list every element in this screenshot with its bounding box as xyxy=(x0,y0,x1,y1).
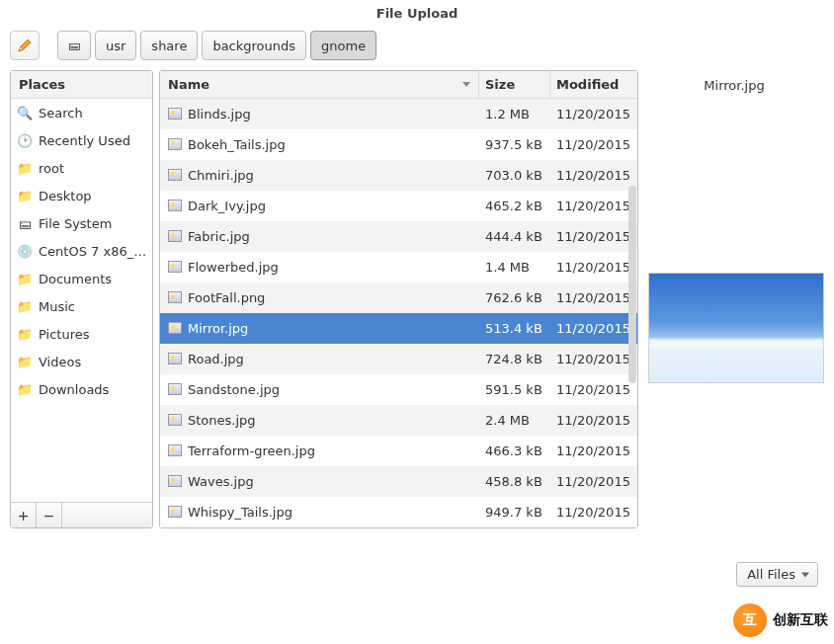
disk-icon: 🖴 xyxy=(17,215,33,231)
file-name-label: Terraform-green.jpg xyxy=(188,443,315,458)
places-item[interactable]: 📁Desktop xyxy=(11,182,152,209)
file-row[interactable]: Sandstone.jpg591.5 kB11/20/2015 xyxy=(160,374,637,405)
edit-path-button[interactable] xyxy=(10,31,40,60)
places-item[interactable]: 📁Pictures xyxy=(11,320,152,348)
file-list[interactable]: Blinds.jpg1.2 MB11/20/2015Bokeh_Tails.jp… xyxy=(160,99,637,527)
file-size-cell: 724.8 kB xyxy=(479,352,550,366)
file-name-label: Bokeh_Tails.jpg xyxy=(188,137,286,152)
file-modified-cell: 11/20/2015 xyxy=(550,474,637,489)
file-size-cell: 444.4 kB xyxy=(479,229,550,244)
column-header-modified[interactable]: Modified xyxy=(550,71,637,98)
file-name-label: Blinds.jpg xyxy=(188,107,251,121)
folder-icon: 📁 xyxy=(17,326,33,342)
file-modified-cell: 11/20/2015 xyxy=(550,229,637,244)
image-file-icon xyxy=(168,414,182,426)
file-size-cell: 703.0 kB xyxy=(479,168,550,183)
file-modified-cell: 11/20/2015 xyxy=(550,505,637,520)
column-name-label: Name xyxy=(168,77,209,92)
watermark-text: 创新互联 xyxy=(773,611,828,629)
places-item[interactable]: 📁Documents xyxy=(11,265,152,292)
places-item[interactable]: 📁Music xyxy=(11,292,152,320)
file-modified-cell: 11/20/2015 xyxy=(550,413,637,428)
file-size-cell: 513.4 kB xyxy=(479,321,550,336)
file-modified-cell: 11/20/2015 xyxy=(550,290,637,305)
places-item[interactable]: 🖴File System xyxy=(11,209,152,237)
watermark-icon: 互 xyxy=(733,604,767,637)
places-item-label: root xyxy=(39,161,64,176)
file-name-label: Dark_Ivy.jpg xyxy=(188,199,266,213)
places-item[interactable]: 💿CentOS 7 x86_… xyxy=(11,237,152,265)
folder-icon: 📁 xyxy=(17,188,33,203)
file-name-cell: Stones.jpg xyxy=(160,413,479,428)
file-row[interactable]: Blinds.jpg1.2 MB11/20/2015 xyxy=(160,99,637,129)
places-item[interactable]: 🕑Recently Used xyxy=(11,126,152,154)
search-icon: 🔍 xyxy=(17,105,33,121)
column-modified-label: Modified xyxy=(556,77,619,92)
preview-panel: Mirror.jpg xyxy=(644,70,824,528)
breadcrumb-label: share xyxy=(151,39,187,53)
places-footer-spacer xyxy=(62,503,152,527)
file-name-label: Road.jpg xyxy=(188,352,244,366)
file-row[interactable]: Fabric.jpg444.4 kB11/20/2015 xyxy=(160,221,637,252)
file-row[interactable]: Stones.jpg2.4 MB11/20/2015 xyxy=(160,405,637,436)
places-item[interactable]: 📁Videos xyxy=(11,348,152,375)
places-item-label: Videos xyxy=(39,355,81,369)
breadcrumb: 🖴usrsharebackgroundsgnome xyxy=(57,31,380,60)
file-row[interactable]: Mirror.jpg513.4 kB11/20/2015 xyxy=(160,313,637,344)
places-item-label: Desktop xyxy=(39,189,92,203)
places-item-label: CentOS 7 x86_… xyxy=(39,244,146,259)
file-row[interactable]: Flowerbed.jpg1.4 MB11/20/2015 xyxy=(160,252,637,282)
file-modified-cell: 11/20/2015 xyxy=(550,107,637,121)
file-name-cell: Flowerbed.jpg xyxy=(160,260,479,275)
image-file-icon xyxy=(168,138,182,150)
places-item[interactable]: 📁root xyxy=(11,154,152,182)
breadcrumb-item[interactable]: backgrounds xyxy=(202,31,306,60)
column-size-label: Size xyxy=(485,77,515,92)
breadcrumb-item[interactable]: gnome xyxy=(310,31,376,60)
pencil-icon xyxy=(17,38,33,53)
file-row[interactable]: Dark_Ivy.jpg465.2 kB11/20/2015 xyxy=(160,191,637,221)
column-header-size[interactable]: Size xyxy=(479,71,550,98)
file-name-cell: Road.jpg xyxy=(160,352,479,366)
breadcrumb-item[interactable]: share xyxy=(140,31,198,60)
file-name-cell: FootFall.png xyxy=(160,290,479,305)
places-item-label: Documents xyxy=(39,272,112,286)
window-title: File Upload xyxy=(0,0,834,31)
file-size-cell: 591.5 kB xyxy=(479,382,550,397)
file-row[interactable]: Chmiri.jpg703.0 kB11/20/2015 xyxy=(160,160,637,191)
file-modified-cell: 11/20/2015 xyxy=(550,321,637,336)
breadcrumb-label: backgrounds xyxy=(212,39,295,53)
image-file-icon xyxy=(168,108,182,120)
folder-icon: 📁 xyxy=(17,298,33,314)
places-item-label: Downloads xyxy=(39,382,109,397)
cd-icon: 💿 xyxy=(17,243,33,259)
file-row[interactable]: Road.jpg724.8 kB11/20/2015 xyxy=(160,344,637,374)
file-modified-cell: 11/20/2015 xyxy=(550,168,637,183)
file-size-cell: 465.2 kB xyxy=(479,199,550,213)
file-row[interactable]: Terraform-green.jpg466.3 kB11/20/2015 xyxy=(160,436,637,466)
folder-icon: 📁 xyxy=(17,381,33,397)
file-row[interactable]: Whispy_Tails.jpg949.7 kB11/20/2015 xyxy=(160,497,637,527)
file-list-header: Name Size Modified xyxy=(160,71,637,99)
file-name-cell: Blinds.jpg xyxy=(160,107,479,121)
file-type-filter-label: All Files xyxy=(747,567,795,582)
add-bookmark-button[interactable]: + xyxy=(11,503,37,527)
toolbar: 🖴usrsharebackgroundsgnome xyxy=(0,31,834,70)
file-row[interactable]: FootFall.png762.6 kB11/20/2015 xyxy=(160,282,637,313)
breadcrumb-item[interactable]: usr xyxy=(95,31,136,60)
file-modified-cell: 11/20/2015 xyxy=(550,260,637,275)
places-item[interactable]: 🔍Search xyxy=(11,99,152,126)
file-name-label: Fabric.jpg xyxy=(188,229,250,244)
file-type-filter[interactable]: All Files xyxy=(736,562,818,587)
image-file-icon xyxy=(168,200,182,211)
file-row[interactable]: Waves.jpg458.8 kB11/20/2015 xyxy=(160,466,637,497)
column-header-name[interactable]: Name xyxy=(160,71,479,98)
file-modified-cell: 11/20/2015 xyxy=(550,382,637,397)
file-row[interactable]: Bokeh_Tails.jpg937.5 kB11/20/2015 xyxy=(160,129,637,160)
remove-bookmark-button[interactable]: − xyxy=(37,503,62,527)
breadcrumb-item[interactable]: 🖴 xyxy=(57,31,91,60)
breadcrumb-label: usr xyxy=(106,39,125,53)
places-item[interactable]: 📁Downloads xyxy=(11,375,152,403)
file-name-cell: Whispy_Tails.jpg xyxy=(160,505,479,520)
file-size-cell: 2.4 MB xyxy=(479,413,550,428)
